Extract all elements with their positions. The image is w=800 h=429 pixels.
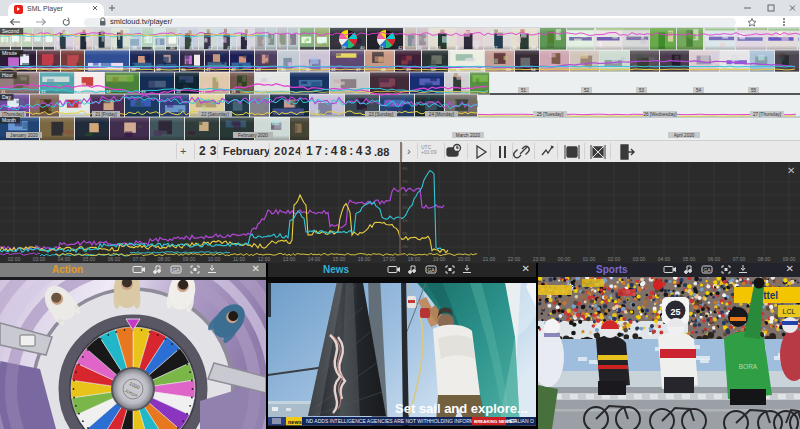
svg-text:8%: 8% <box>403 167 408 171</box>
svg-text:52: 52 <box>481 67 486 72</box>
svg-text:14:00: 14:00 <box>308 256 321 262</box>
svg-text:7%: 7% <box>403 180 408 184</box>
svg-text:34: 34 <box>56 45 61 50</box>
svg-text:52: 52 <box>584 88 590 93</box>
svg-text:53: 53 <box>506 67 511 72</box>
svg-text:[Thursday]: [Thursday] <box>2 112 24 117</box>
svg-text:15:00: 15:00 <box>333 256 346 262</box>
svg-text:50: 50 <box>431 67 436 72</box>
svg-text:13: 13 <box>76 89 81 94</box>
svg-text:37: 37 <box>493 45 498 50</box>
svg-text:4%: 4% <box>403 219 408 223</box>
svg-text:43: 43 <box>417 45 422 50</box>
svg-text:April 2020: April 2020 <box>674 133 695 138</box>
svg-text:07:00: 07:00 <box>733 256 746 262</box>
svg-text:08:00: 08:00 <box>158 256 171 262</box>
svg-text:38: 38 <box>131 67 136 72</box>
svg-text:53: 53 <box>639 88 645 93</box>
svg-text:02:00: 02:00 <box>608 256 621 262</box>
svg-text:02:00: 02:00 <box>8 256 21 262</box>
svg-text:ITALIAN O: ITALIAN O <box>510 418 534 424</box>
svg-text:Day: Day <box>2 94 11 100</box>
svg-text:54: 54 <box>696 88 702 93</box>
svg-text:41: 41 <box>379 45 384 50</box>
svg-text:39: 39 <box>151 45 156 50</box>
svg-text:3%: 3% <box>403 232 408 236</box>
svg-text:5%: 5% <box>403 206 408 210</box>
svg-text:14: 14 <box>106 89 111 94</box>
svg-text:13:00: 13:00 <box>283 256 296 262</box>
svg-text:January 2020: January 2020 <box>10 133 38 138</box>
svg-text:GA: GA <box>172 267 180 273</box>
svg-text:47: 47 <box>356 67 361 72</box>
svg-text:23 [Sunday]: 23 [Sunday] <box>369 112 394 117</box>
svg-text:43: 43 <box>256 67 261 72</box>
svg-text:24 [Monday]: 24 [Monday] <box>429 112 454 117</box>
svg-text:39: 39 <box>531 45 536 50</box>
svg-text:51: 51 <box>521 88 527 93</box>
svg-text:27 [Thursday]: 27 [Thursday] <box>753 112 781 117</box>
svg-text:GA: GA <box>427 267 435 273</box>
svg-text:11:00: 11:00 <box>233 256 245 262</box>
svg-text:00:00: 00:00 <box>558 256 571 262</box>
svg-text:BREAKING NEWS: BREAKING NEWS <box>474 419 512 424</box>
svg-text:21 [Friday]: 21 [Friday] <box>95 112 117 117</box>
svg-text:54: 54 <box>531 67 536 72</box>
svg-text:35: 35 <box>75 45 80 50</box>
svg-text:23:00: 23:00 <box>533 256 546 262</box>
svg-text:12:00: 12:00 <box>258 256 271 262</box>
svg-text:44: 44 <box>281 67 286 72</box>
svg-text:08:00: 08:00 <box>758 256 771 262</box>
svg-text:05:00: 05:00 <box>683 256 696 262</box>
svg-text:16: 16 <box>176 89 181 94</box>
svg-text:03:00: 03:00 <box>633 256 646 262</box>
svg-text:55: 55 <box>751 88 757 93</box>
svg-text:Second: Second <box>2 28 19 34</box>
svg-text:25: 25 <box>670 307 680 317</box>
svg-text:February 2020: February 2020 <box>238 133 268 138</box>
svg-text:43: 43 <box>227 45 232 50</box>
svg-text:March 2020: March 2020 <box>456 133 481 138</box>
svg-text:11: 11 <box>1 89 6 94</box>
svg-text:GA: GA <box>703 267 711 273</box>
svg-text:42: 42 <box>231 67 236 72</box>
svg-text:18:00: 18:00 <box>408 256 421 262</box>
svg-text:12: 12 <box>41 89 46 94</box>
svg-text:2%: 2% <box>403 245 408 249</box>
svg-text:15: 15 <box>141 89 146 94</box>
svg-text:06:00: 06:00 <box>708 256 721 262</box>
svg-text:38: 38 <box>132 45 137 50</box>
svg-text:10:00: 10:00 <box>208 256 221 262</box>
svg-text:04:00: 04:00 <box>58 256 71 262</box>
svg-text:6%: 6% <box>403 193 408 197</box>
svg-text:49: 49 <box>406 67 411 72</box>
svg-text:40: 40 <box>360 45 365 50</box>
svg-text:17: 17 <box>201 89 206 94</box>
svg-text:36: 36 <box>474 45 479 50</box>
svg-text:✕: ✕ <box>787 165 795 176</box>
svg-text:Hour: Hour <box>2 72 13 78</box>
svg-text:45: 45 <box>306 67 311 72</box>
svg-text:25 [Tuesday]: 25 [Tuesday] <box>537 112 563 117</box>
svg-text:09:00: 09:00 <box>183 256 196 262</box>
svg-text:Set sail and explore...: Set sail and explore... <box>395 401 528 416</box>
svg-text:26 [Wednesday]: 26 [Wednesday] <box>643 112 676 117</box>
svg-text:19:00: 19:00 <box>433 256 446 262</box>
svg-text:22:00: 22:00 <box>508 256 521 262</box>
svg-text:34: 34 <box>246 45 251 50</box>
svg-text:22 [Saturday]: 22 [Saturday] <box>201 112 228 117</box>
svg-text:39: 39 <box>341 45 346 50</box>
svg-text:38: 38 <box>512 45 517 50</box>
svg-text:46: 46 <box>331 67 336 72</box>
svg-text:37: 37 <box>113 45 118 50</box>
svg-text:news: news <box>288 419 302 425</box>
svg-text:01:00: 01:00 <box>583 256 596 262</box>
svg-text:LCL: LCL <box>783 308 796 315</box>
svg-text:Month: Month <box>2 117 16 123</box>
svg-text:03:00: 03:00 <box>33 256 46 262</box>
svg-text:04:00: 04:00 <box>658 256 671 262</box>
svg-text:07:00: 07:00 <box>133 256 146 262</box>
svg-text:BORA: BORA <box>739 363 758 370</box>
svg-text:06:00: 06:00 <box>108 256 121 262</box>
svg-text:41: 41 <box>189 45 194 50</box>
